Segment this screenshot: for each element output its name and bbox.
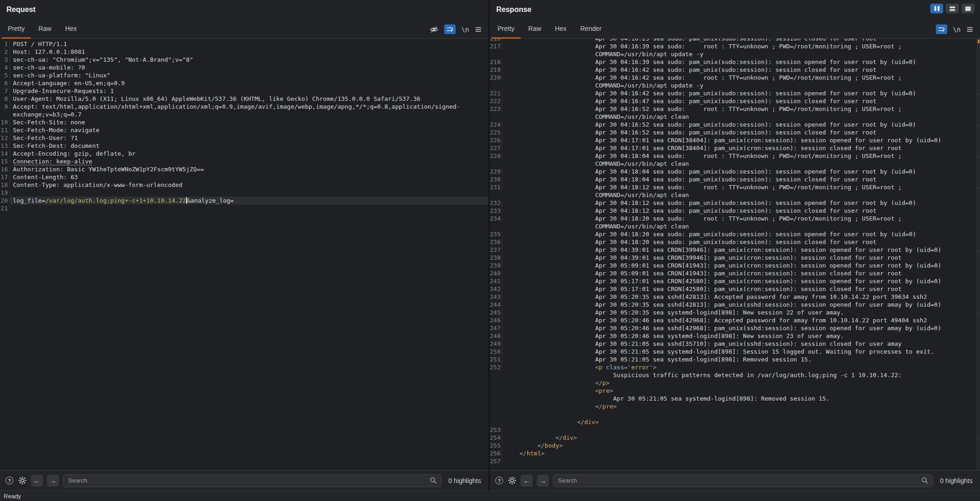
columns-layout-button[interactable] (930, 4, 943, 13)
tab-pretty[interactable]: Pretty (491, 21, 522, 38)
line-text[interactable]: Apr 30 04:18:12 sea sudo: pam_unix(sudo:… (593, 207, 980, 215)
line-text[interactable]: <p class='error'> (593, 363, 980, 371)
line-text[interactable]: Accept-Language: en-US,en;q=0.9 (10, 79, 488, 87)
line-text[interactable]: </pre> (593, 402, 980, 410)
line-text[interactable]: Apr 30 04:16:39 sea sudo: root : TTY=unk… (593, 42, 980, 58)
line-text[interactable]: Accept: text/html,application/xhtml+xml,… (10, 103, 488, 118)
response-editor[interactable]: 216Apr 30 04:16:25 sea sudo: pam_unix(su… (490, 39, 980, 470)
line-text[interactable]: Authorization: Basic YW1heTpteWNoZW1pY2F… (10, 165, 488, 173)
line-text[interactable] (502, 410, 980, 418)
line-text[interactable]: Apr 30 04:18:04 sea sudo: root : TTY=unk… (593, 152, 980, 168)
line-text[interactable]: Apr 30 04:16:39 sea sudo: pam_unix(sudo:… (593, 58, 980, 66)
line-text[interactable]: User-Agent: Mozilla/5.0 (X11; Linux x86_… (10, 95, 488, 103)
word-wrap-toggle[interactable] (444, 24, 456, 34)
tab-pretty[interactable]: Pretty (1, 21, 32, 38)
line-text[interactable]: sec-ch-ua-platform: "Linux" (10, 71, 488, 79)
line-text[interactable]: </body> (534, 442, 980, 449)
line-text[interactable]: log_file=/var/log/auth.log;ping+-c+1+10.… (10, 197, 488, 204)
line-text[interactable]: Apr 30 05:09:01 sea CRON[41943]: pam_uni… (593, 262, 980, 269)
line-text[interactable]: Apr 30 05:17:01 sea CRON[42580]: pam_uni… (593, 277, 980, 285)
request-editor[interactable]: 1POST / HTTP/1.12Host: 127.0.0.1:80813se… (0, 39, 488, 470)
line-text[interactable]: sec-ch-ua-mobile: ?0 (10, 64, 488, 71)
line-text[interactable]: Sec-Fetch-Mode: navigate (10, 126, 488, 134)
line-text[interactable]: Accept-Encoding: gzip, deflate, br (10, 150, 488, 157)
search-prev-button[interactable]: ← (521, 475, 533, 487)
line-text[interactable]: Connection: keep-alive (10, 157, 488, 165)
line-text[interactable]: Upgrade-Insecure-Requests: 1 (10, 87, 488, 95)
line-text[interactable]: Apr 30 04:16:42 sea sudo: pam_unix(sudo:… (593, 66, 980, 74)
line-text[interactable]: Apr 30 04:16:25 sea sudo: pam_unix(sudo:… (593, 39, 980, 42)
line-text[interactable]: Apr 30 05:20:35 sea sshd[42813]: Accepte… (593, 293, 980, 301)
line-text[interactable] (502, 457, 980, 465)
line-text[interactable]: Apr 30 05:17:01 sea CRON[42580]: pam_uni… (593, 285, 980, 293)
search-prev-button[interactable]: ← (31, 475, 43, 487)
gear-icon[interactable] (18, 476, 27, 485)
response-search-input[interactable] (553, 474, 933, 487)
response-scrollbar[interactable] (977, 39, 980, 470)
line-text[interactable]: sec-ch-ua: "Chromium";v="135", "Not-A.Br… (10, 56, 488, 64)
line-text[interactable]: Apr 30 04:18:04 sea sudo: pam_unix(sudo:… (593, 168, 980, 175)
line-text[interactable]: Apr 30 04:16:52 sea sudo: pam_unix(sudo:… (593, 128, 980, 136)
help-icon[interactable]: ? (6, 477, 13, 484)
line-text[interactable] (10, 204, 488, 212)
line-text[interactable]: Apr 30 04:16:42 sea sudo: pam_unix(sudo:… (593, 89, 980, 97)
line-text[interactable] (10, 189, 488, 197)
line-text[interactable]: Apr 30 04:18:20 sea sudo: pam_unix(sudo:… (593, 238, 980, 246)
line-text[interactable]: Apr 30 05:20:46 sea sshd[42968]: Accepte… (593, 316, 980, 324)
line-text[interactable]: </html> (516, 449, 980, 457)
line-text[interactable]: Apr 30 04:17:01 sea CRON[38404]: pam_uni… (593, 136, 980, 144)
line-text[interactable]: Content-Length: 63 (10, 173, 488, 181)
line-text[interactable]: Suspicious traffic patterns detected in … (610, 371, 980, 379)
editor-menu-icon[interactable] (475, 26, 482, 33)
tab-raw[interactable]: Raw (32, 21, 59, 38)
line-text[interactable]: Apr 30 04:16:52 sea sudo: root : TTY=unk… (593, 105, 980, 121)
line-text[interactable]: POST / HTTP/1.1 (10, 40, 488, 48)
rows-layout-button[interactable] (946, 4, 959, 13)
word-wrap-toggle[interactable] (936, 24, 947, 34)
line-text[interactable]: Apr 30 04:18:20 sea sudo: root : TTY=unk… (593, 215, 980, 230)
single-layout-button[interactable] (962, 4, 974, 13)
tab-render[interactable]: Render (574, 21, 609, 38)
line-text[interactable]: Apr 30 04:17:01 sea CRON[38404]: pam_uni… (593, 144, 980, 152)
newline-toggle[interactable]: \n (461, 26, 469, 33)
line-text[interactable]: Apr 30 05:20:46 sea sshd[42968]: pam_uni… (593, 324, 980, 332)
editor-menu-icon[interactable] (966, 26, 974, 33)
line-text[interactable]: Apr 30 04:18:12 sea sudo: root : TTY=unk… (593, 183, 980, 199)
line-text[interactable]: Apr 30 05:21:05 sea systemd-logind[898]:… (610, 395, 980, 402)
line-text[interactable]: Apr 30 04:16:47 sea sudo: pam_unix(sudo:… (593, 97, 980, 105)
line-text[interactable]: Apr 30 04:18:04 sea sudo: pam_unix(sudo:… (593, 175, 980, 183)
line-text[interactable]: Apr 30 04:39:01 sea CRON[39946]: pam_uni… (593, 254, 980, 262)
line-text[interactable]: Apr 30 05:21:05 sea sshd[35710]: pam_uni… (593, 340, 980, 348)
search-next-button[interactable]: → (537, 475, 549, 487)
line-text[interactable]: Content-Type: application/x-www-form-url… (10, 181, 488, 189)
line-text[interactable]: Apr 30 05:20:35 sea systemd-logind[898]:… (593, 309, 980, 316)
line-text[interactable]: Apr 30 04:16:52 sea sudo: pam_unix(sudo:… (593, 121, 980, 128)
line-text[interactable] (502, 426, 980, 434)
line-text[interactable]: Apr 30 04:16:42 sea sudo: root : TTY=unk… (593, 74, 980, 89)
line-text[interactable]: </p> (593, 379, 980, 387)
eye-off-icon[interactable] (429, 26, 439, 33)
line-text[interactable]: Sec-Fetch-User: ?1 (10, 134, 488, 142)
line-text[interactable]: Apr 30 05:20:35 sea sshd[42813]: pam_uni… (593, 301, 980, 309)
line-text[interactable]: <pre> (593, 387, 980, 395)
gear-icon[interactable] (507, 476, 516, 485)
line-text[interactable]: Apr 30 04:18:12 sea sudo: pam_unix(sudo:… (593, 199, 980, 207)
tab-hex[interactable]: Hex (548, 21, 574, 38)
newline-toggle[interactable]: \n (953, 26, 961, 33)
line-text[interactable]: Apr 30 04:18:20 sea sudo: pam_unix(sudo:… (593, 230, 980, 238)
line-text[interactable]: Apr 30 05:09:01 sea CRON[41943]: pam_uni… (593, 269, 980, 277)
line-text[interactable]: Apr 30 05:21:05 sea systemd-logind[898]:… (593, 348, 980, 355)
line-text[interactable]: Host: 127.0.0.1:8081 (10, 48, 488, 56)
tab-raw[interactable]: Raw (522, 21, 548, 38)
line-text[interactable]: </div> (553, 434, 980, 442)
search-next-button[interactable]: → (47, 475, 59, 487)
line-text[interactable]: Sec-Fetch-Dest: document (10, 142, 488, 150)
help-icon[interactable]: ? (495, 477, 503, 484)
line-text[interactable]: Sec-Fetch-Site: none (10, 118, 488, 126)
line-text[interactable]: Apr 30 05:20:46 sea systemd-logind[898]:… (593, 332, 980, 340)
line-text[interactable]: </div> (575, 418, 980, 426)
tab-hex[interactable]: Hex (59, 21, 84, 38)
line-text[interactable]: Apr 30 05:21:05 sea systemd-logind[898]:… (593, 355, 980, 363)
request-search-input[interactable] (63, 474, 441, 487)
line-text[interactable]: Apr 30 04:39:01 sea CRON[39946]: pam_uni… (593, 246, 980, 254)
